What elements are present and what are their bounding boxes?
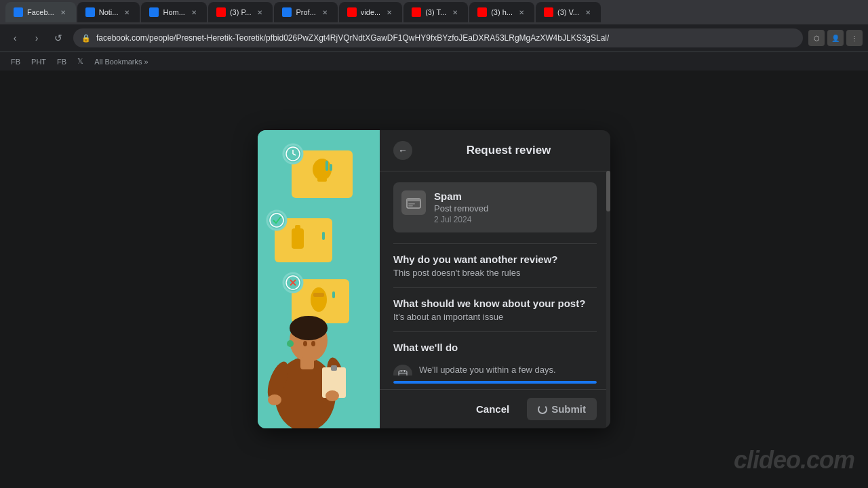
tab-title: Hom... — [163, 8, 184, 16]
svg-point-33 — [311, 341, 315, 346]
tab-favicon — [14, 7, 23, 17]
tab-favicon — [149, 7, 159, 17]
what-heading: What should we know about your post? — [393, 298, 597, 309]
tab-t3[interactable]: (3) T... ✕ — [403, 2, 468, 22]
modal-content: ← Request review — [380, 130, 610, 428]
tab-close[interactable]: ✕ — [384, 7, 394, 17]
tab-bar: Faceb... ✕ Noti... ✕ Hom... ✕ (3) P... ✕… — [0, 0, 868, 24]
svg-rect-12 — [295, 225, 300, 230]
tab-v3[interactable]: (3) V... ✕ — [536, 2, 601, 22]
scrollbar-thumb[interactable] — [606, 171, 610, 211]
svg-point-2 — [313, 159, 332, 180]
modal-footer: Cancel Submit — [380, 389, 610, 428]
svg-rect-8 — [326, 161, 328, 171]
tab-title: (3) T... — [425, 8, 446, 16]
svg-point-36 — [326, 390, 339, 401]
spam-subtitle: Post removed — [434, 203, 589, 214]
tab-home[interactable]: Hom... ✕ — [141, 2, 206, 22]
wwd-heading: What we'll do — [393, 342, 597, 353]
tab-close[interactable]: ✕ — [58, 7, 68, 17]
back-nav-button[interactable]: ‹ — [5, 28, 24, 47]
tab-title: (3) P... — [230, 8, 252, 16]
svg-rect-34 — [300, 357, 314, 369]
tab-favicon — [544, 7, 553, 17]
bookmark-fb[interactable]: FB — [8, 56, 23, 67]
tab-h3[interactable]: (3) h... ✕ — [469, 2, 534, 22]
svg-rect-11 — [292, 228, 304, 249]
what-text: It's about an important issue — [393, 312, 597, 322]
tab-close[interactable]: ✕ — [189, 7, 199, 17]
address-bar[interactable]: 🔒 facebook.com/people/Presnet-Heretik-Te… — [73, 28, 803, 47]
spam-date: 2 Jul 2024 — [434, 215, 589, 224]
modal-illustration — [258, 130, 380, 428]
bookmark-fb2[interactable]: FB — [54, 56, 69, 67]
menu-icon[interactable]: ⋮ — [846, 30, 863, 46]
tab-title: Prof... — [296, 8, 315, 16]
why-heading: Why do you want another review? — [393, 253, 597, 265]
tab-close[interactable]: ✕ — [450, 7, 460, 17]
svg-point-31 — [287, 340, 294, 347]
tab-noti[interactable]: Noti... ✕ — [77, 2, 140, 22]
tab-close[interactable]: ✕ — [122, 7, 132, 17]
divider-1 — [393, 243, 597, 244]
modal-header: ← Request review — [380, 130, 610, 171]
divider-3 — [393, 331, 597, 332]
svg-point-35 — [268, 394, 281, 405]
spam-title: Spam — [434, 190, 589, 202]
bookmark-x[interactable]: 𝕏 — [75, 56, 86, 67]
svg-rect-28 — [331, 365, 337, 371]
tab-favicon — [347, 7, 357, 17]
tab-title: (3) V... — [557, 8, 579, 16]
spam-icon — [401, 190, 426, 215]
bookmark-phf[interactable]: PHT — [28, 56, 49, 67]
tab-title: vide... — [361, 8, 380, 16]
submit-button[interactable]: Submit — [527, 398, 597, 420]
svg-point-30 — [290, 316, 328, 340]
tab-favicon — [412, 7, 421, 17]
browser-chrome: Faceb... ✕ Noti... ✕ Hom... ✕ (3) P... ✕… — [0, 0, 868, 70]
tab-video[interactable]: vide... ✕ — [339, 2, 402, 22]
svg-rect-18 — [313, 293, 324, 297]
svg-point-32 — [303, 341, 307, 346]
wwd-text-1: We'll update you within a few days. — [419, 364, 597, 375]
forward-nav-button[interactable]: › — [27, 28, 46, 47]
svg-rect-23 — [332, 291, 335, 298]
nav-buttons: ‹ › ↺ — [5, 28, 68, 47]
tab-title: Noti... — [99, 8, 119, 16]
modal-overlay: ← Request review — [0, 70, 868, 488]
submit-label: Submit — [551, 403, 586, 415]
toolbar-icons: ⬡ 👤 ⋮ — [808, 30, 863, 46]
svg-point-17 — [311, 287, 327, 312]
tab-title: (3) h... — [491, 8, 513, 16]
tab-close[interactable]: ✕ — [320, 7, 330, 17]
tab-favicon — [216, 7, 226, 17]
extensions-icon[interactable]: ⬡ — [808, 30, 825, 46]
scrollbar-track[interactable] — [606, 171, 610, 428]
url-text: facebook.com/people/Presnet-Heretik-Teor… — [96, 33, 609, 43]
tab-title: Faceb... — [27, 8, 54, 16]
back-button[interactable]: ← — [393, 141, 412, 160]
wwd-section: What we'll do — [393, 342, 597, 375]
tab-p3[interactable]: (3) P... ✕ — [208, 2, 273, 22]
wwd-item-1: We'll update you within a few days. — [393, 364, 597, 375]
profile-icon[interactable]: 👤 — [827, 30, 844, 46]
svg-rect-15 — [322, 232, 325, 240]
tab-facebook[interactable]: Faceb... ✕ — [5, 2, 76, 22]
tab-favicon — [282, 7, 292, 17]
modal-body[interactable]: Spam Post removed 2 Jul 2024 Why do you … — [380, 171, 610, 375]
page-content: ← Request review — [0, 70, 868, 488]
spam-card: Spam Post removed 2 Jul 2024 — [393, 182, 597, 232]
cancel-button[interactable]: Cancel — [465, 398, 520, 420]
illustration-svg — [258, 130, 380, 428]
svg-rect-39 — [408, 203, 415, 205]
divider-2 — [393, 287, 597, 288]
tab-close[interactable]: ✕ — [583, 7, 593, 17]
tab-close[interactable]: ✕ — [517, 7, 526, 17]
bookmark-more[interactable]: All Bookmarks » — [92, 56, 151, 67]
tab-prof[interactable]: Prof... ✕ — [274, 2, 337, 22]
address-bar-row: ‹ › ↺ 🔒 facebook.com/people/Presnet-Here… — [0, 24, 868, 52]
tab-close[interactable]: ✕ — [255, 7, 264, 17]
tab-favicon — [477, 7, 487, 17]
reload-button[interactable]: ↺ — [49, 28, 68, 47]
tab-favicon — [85, 7, 95, 17]
